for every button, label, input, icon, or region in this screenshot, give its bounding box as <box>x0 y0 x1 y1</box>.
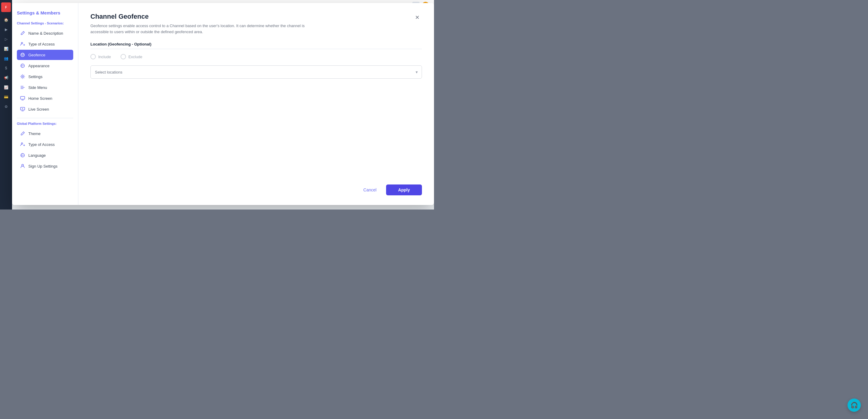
menu-icon <box>20 85 25 90</box>
sidebar-item-label-global-type-of-access: Type of Access <box>28 142 55 147</box>
sidebar-global-section-label: Global Platform Settings: <box>17 122 73 125</box>
sidebar-item-label-type-of-access: Type of Access <box>28 42 55 47</box>
sidebar-item-home-screen[interactable]: Home Screen <box>17 93 73 103</box>
sidebar-item-sign-up-settings[interactable]: Sign Up Settings <box>17 161 73 171</box>
radio-exclude-label: Exclude <box>128 55 142 59</box>
monitor-play-icon <box>20 107 25 112</box>
select-locations-input[interactable]: Select locations <box>90 65 422 79</box>
gear-icon <box>20 74 25 79</box>
sidebar-item-label-appearance: Appearance <box>28 64 50 68</box>
sidebar-item-side-menu[interactable]: Side Menu <box>17 82 73 93</box>
sidebar-item-appearance[interactable]: Appearance <box>17 61 73 71</box>
cancel-button[interactable]: Cancel <box>359 184 381 195</box>
svg-point-5 <box>22 76 24 78</box>
svg-point-0 <box>22 42 23 44</box>
modal-description: Geofence settings enable access control … <box>90 23 307 35</box>
modal-header-text: Channel Geofence Geofence settings enabl… <box>90 13 307 35</box>
modal-title: Channel Geofence <box>90 13 307 21</box>
modal-main: Channel Geofence Geofence settings enabl… <box>79 3 434 205</box>
sidebar-item-theme[interactable]: Theme <box>17 128 73 139</box>
users-plus-icon <box>20 41 25 47</box>
sidebar-channel-section-label: Channel Settings - Scenarios: <box>17 21 73 25</box>
sidebar-item-name-description[interactable]: Name & Description <box>17 28 73 38</box>
radio-exclude[interactable]: Exclude <box>121 54 142 59</box>
app-nav-icon-2: ▶ <box>2 25 10 34</box>
svg-rect-9 <box>21 96 25 99</box>
globe-pin-icon <box>20 52 25 58</box>
sidebar-item-label-side-menu: Side Menu <box>28 85 47 90</box>
apply-button[interactable]: Apply <box>386 184 422 195</box>
app-nav-icon-1: 🏠 <box>2 16 10 24</box>
sidebar-item-label-home-screen: Home Screen <box>28 96 52 101</box>
app-sidebar: F 🏠 ▶ ▷ 📊 👥 $ 📢 📈 💳 ⚙ <box>0 0 12 210</box>
select-locations-wrapper: Select locations ▾ <box>90 65 422 79</box>
app-nav-icon-5: 👥 <box>2 54 10 63</box>
sidebar-item-label-geofence: Geofence <box>28 53 45 57</box>
app-nav-icon-10: ⚙ <box>2 102 10 111</box>
user-icon <box>20 163 25 169</box>
sidebar-title: Settings & Members <box>17 10 73 16</box>
pencil-icon <box>20 30 25 36</box>
sidebar-item-live-screen[interactable]: Live Screen <box>17 104 73 114</box>
app-nav-icon-9: 💳 <box>2 93 10 101</box>
globe-circle-icon <box>20 63 25 68</box>
modal-sidebar: Settings & Members Channel Settings - Sc… <box>12 3 79 205</box>
radio-include[interactable]: Include <box>90 54 111 59</box>
sidebar-item-global-type-of-access[interactable]: Type of Access <box>17 139 73 150</box>
sidebar-divider <box>17 118 73 118</box>
radio-include-label: Include <box>98 55 111 59</box>
app-logo: F <box>1 2 11 12</box>
globe-icon <box>20 152 25 158</box>
theme-pencil-icon <box>20 131 25 136</box>
sidebar-item-label-theme: Theme <box>28 131 40 136</box>
app-nav-icon-7: 📢 <box>2 73 10 82</box>
users-plus-global-icon <box>20 142 25 147</box>
sidebar-item-type-of-access[interactable]: Type of Access <box>17 39 73 49</box>
app-nav-icon-4: 📊 <box>2 44 10 53</box>
sidebar-item-geofence[interactable]: Geofence <box>17 50 73 60</box>
modal-header: Channel Geofence Geofence settings enabl… <box>90 13 422 35</box>
modal-footer: Cancel Apply <box>90 175 422 195</box>
sidebar-item-label-language: Language <box>28 153 46 158</box>
sidebar-item-label-sign-up-settings: Sign Up Settings <box>28 164 58 169</box>
sidebar-item-label-live-screen: Live Screen <box>28 107 49 112</box>
svg-point-14 <box>22 143 23 144</box>
svg-marker-12 <box>22 108 24 109</box>
sidebar-item-label-name-description: Name & Description <box>28 31 63 36</box>
section-label: Location (Geofencing - Optional) <box>90 42 422 49</box>
radio-group: Include Exclude <box>90 54 422 59</box>
app-nav-icon-3: ▷ <box>2 35 10 43</box>
radio-exclude-circle <box>121 54 126 59</box>
sidebar-item-label-settings: Settings <box>28 74 42 79</box>
svg-point-17 <box>22 164 24 166</box>
app-nav-icon-8: 📈 <box>2 83 10 92</box>
sidebar-item-language[interactable]: Language <box>17 150 73 160</box>
radio-include-circle <box>90 54 96 59</box>
close-button[interactable]: ✕ <box>412 13 422 22</box>
sidebar-item-settings[interactable]: Settings <box>17 71 73 82</box>
modal-container: Settings & Members Channel Settings - Sc… <box>12 3 434 205</box>
monitor-icon <box>20 95 25 101</box>
app-nav-icon-6: $ <box>2 64 10 72</box>
